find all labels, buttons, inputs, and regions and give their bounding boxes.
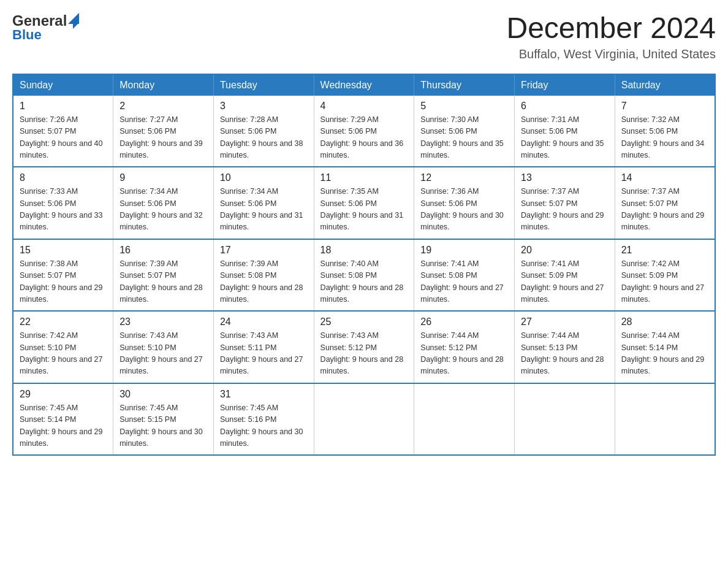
day-info: Sunrise: 7:43 AMSunset: 5:11 PMDaylight:… <box>220 330 308 378</box>
day-info: Sunrise: 7:38 AMSunset: 5:07 PMDaylight:… <box>20 258 107 306</box>
calendar-cell: 7Sunrise: 7:32 AMSunset: 5:06 PMDaylight… <box>615 96 715 167</box>
day-number: 30 <box>119 389 207 400</box>
day-info: Sunrise: 7:36 AMSunset: 5:06 PMDaylight:… <box>420 186 508 234</box>
calendar-cell: 21Sunrise: 7:42 AMSunset: 5:09 PMDayligh… <box>615 239 715 312</box>
calendar-cell: 28Sunrise: 7:44 AMSunset: 5:14 PMDayligh… <box>615 311 715 383</box>
calendar-cell: 9Sunrise: 7:34 AMSunset: 5:06 PMDaylight… <box>113 167 214 239</box>
day-info: Sunrise: 7:37 AMSunset: 5:07 PMDaylight:… <box>621 186 708 234</box>
day-info: Sunrise: 7:28 AMSunset: 5:06 PMDaylight:… <box>220 114 308 162</box>
day-of-week-tuesday: Tuesday <box>213 74 314 96</box>
day-number: 15 <box>20 245 107 256</box>
calendar-cell: 20Sunrise: 7:41 AMSunset: 5:09 PMDayligh… <box>515 239 615 312</box>
day-number: 11 <box>320 172 408 183</box>
calendar-cell: 19Sunrise: 7:41 AMSunset: 5:08 PMDayligh… <box>414 239 515 312</box>
day-info: Sunrise: 7:44 AMSunset: 5:13 PMDaylight:… <box>521 330 609 378</box>
day-number: 27 <box>521 316 609 327</box>
day-of-week-monday: Monday <box>113 74 214 96</box>
day-number: 3 <box>220 101 308 112</box>
month-title: December 2024 <box>506 12 716 45</box>
calendar-table: SundayMondayTuesdayWednesdayThursdayFrid… <box>12 74 716 456</box>
logo: General Blue <box>12 12 79 43</box>
day-info: Sunrise: 7:39 AMSunset: 5:08 PMDaylight:… <box>220 258 308 306</box>
day-number: 6 <box>521 101 609 112</box>
location-subtitle: Buffalo, West Virginia, United States <box>506 47 716 61</box>
calendar-cell: 11Sunrise: 7:35 AMSunset: 5:06 PMDayligh… <box>314 167 414 239</box>
day-number: 2 <box>119 101 207 112</box>
day-info: Sunrise: 7:43 AMSunset: 5:12 PMDaylight:… <box>320 330 408 378</box>
day-info: Sunrise: 7:35 AMSunset: 5:06 PMDaylight:… <box>320 186 408 234</box>
calendar-cell: 5Sunrise: 7:30 AMSunset: 5:06 PMDaylight… <box>414 96 515 167</box>
calendar-cell: 30Sunrise: 7:45 AMSunset: 5:15 PMDayligh… <box>113 383 214 456</box>
calendar-cell: 8Sunrise: 7:33 AMSunset: 5:06 PMDaylight… <box>13 167 113 239</box>
day-info: Sunrise: 7:26 AMSunset: 5:07 PMDaylight:… <box>20 114 107 162</box>
day-number: 16 <box>119 245 207 256</box>
day-number: 28 <box>621 316 708 327</box>
calendar-cell: 10Sunrise: 7:34 AMSunset: 5:06 PMDayligh… <box>213 167 314 239</box>
calendar-cell: 14Sunrise: 7:37 AMSunset: 5:07 PMDayligh… <box>615 167 715 239</box>
calendar-cell: 23Sunrise: 7:43 AMSunset: 5:10 PMDayligh… <box>113 311 214 383</box>
calendar-cell: 27Sunrise: 7:44 AMSunset: 5:13 PMDayligh… <box>515 311 615 383</box>
day-info: Sunrise: 7:43 AMSunset: 5:10 PMDaylight:… <box>119 330 207 378</box>
day-info: Sunrise: 7:27 AMSunset: 5:06 PMDaylight:… <box>119 114 207 162</box>
day-number: 20 <box>521 245 609 256</box>
title-section: December 2024 Buffalo, West Virginia, Un… <box>506 12 716 61</box>
calendar-cell: 26Sunrise: 7:44 AMSunset: 5:12 PMDayligh… <box>414 311 515 383</box>
calendar-cell: 31Sunrise: 7:45 AMSunset: 5:16 PMDayligh… <box>213 383 314 456</box>
calendar-cell: 15Sunrise: 7:38 AMSunset: 5:07 PMDayligh… <box>13 239 113 312</box>
day-number: 5 <box>420 101 508 112</box>
calendar-cell: 17Sunrise: 7:39 AMSunset: 5:08 PMDayligh… <box>213 239 314 312</box>
calendar-cell: 12Sunrise: 7:36 AMSunset: 5:06 PMDayligh… <box>414 167 515 239</box>
calendar-cell: 6Sunrise: 7:31 AMSunset: 5:06 PMDaylight… <box>515 96 615 167</box>
calendar-week-row: 22Sunrise: 7:42 AMSunset: 5:10 PMDayligh… <box>13 311 715 383</box>
calendar-week-row: 8Sunrise: 7:33 AMSunset: 5:06 PMDaylight… <box>13 167 715 239</box>
day-number: 1 <box>20 101 107 112</box>
day-number: 13 <box>521 172 609 183</box>
calendar-cell: 2Sunrise: 7:27 AMSunset: 5:06 PMDaylight… <box>113 96 214 167</box>
day-of-week-sunday: Sunday <box>13 74 113 96</box>
day-number: 19 <box>420 245 508 256</box>
day-number: 8 <box>20 172 107 183</box>
day-info: Sunrise: 7:32 AMSunset: 5:06 PMDaylight:… <box>621 114 708 162</box>
day-info: Sunrise: 7:39 AMSunset: 5:07 PMDaylight:… <box>119 258 207 306</box>
day-info: Sunrise: 7:30 AMSunset: 5:06 PMDaylight:… <box>420 114 508 162</box>
day-number: 14 <box>621 172 708 183</box>
day-number: 25 <box>320 316 408 327</box>
calendar-cell: 13Sunrise: 7:37 AMSunset: 5:07 PMDayligh… <box>515 167 615 239</box>
calendar-cell <box>314 383 414 456</box>
day-info: Sunrise: 7:37 AMSunset: 5:07 PMDaylight:… <box>521 186 609 234</box>
day-info: Sunrise: 7:44 AMSunset: 5:12 PMDaylight:… <box>420 330 508 378</box>
calendar-cell: 3Sunrise: 7:28 AMSunset: 5:06 PMDaylight… <box>213 96 314 167</box>
day-info: Sunrise: 7:45 AMSunset: 5:14 PMDaylight:… <box>20 402 107 450</box>
day-info: Sunrise: 7:45 AMSunset: 5:16 PMDaylight:… <box>220 402 308 450</box>
calendar-week-row: 1Sunrise: 7:26 AMSunset: 5:07 PMDaylight… <box>13 96 715 167</box>
day-info: Sunrise: 7:29 AMSunset: 5:06 PMDaylight:… <box>320 114 408 162</box>
day-number: 9 <box>119 172 207 183</box>
day-number: 4 <box>320 101 408 112</box>
calendar-cell <box>515 383 615 456</box>
day-of-week-saturday: Saturday <box>615 74 715 96</box>
day-info: Sunrise: 7:33 AMSunset: 5:06 PMDaylight:… <box>20 186 107 234</box>
day-info: Sunrise: 7:34 AMSunset: 5:06 PMDaylight:… <box>119 186 207 234</box>
day-number: 21 <box>621 245 708 256</box>
page-header: General Blue December 2024 Buffalo, West… <box>12 12 716 61</box>
day-number: 29 <box>20 389 107 400</box>
calendar-cell: 29Sunrise: 7:45 AMSunset: 5:14 PMDayligh… <box>13 383 113 456</box>
calendar-cell: 16Sunrise: 7:39 AMSunset: 5:07 PMDayligh… <box>113 239 214 312</box>
calendar-cell: 18Sunrise: 7:40 AMSunset: 5:08 PMDayligh… <box>314 239 414 312</box>
calendar-cell: 22Sunrise: 7:42 AMSunset: 5:10 PMDayligh… <box>13 311 113 383</box>
day-info: Sunrise: 7:34 AMSunset: 5:06 PMDaylight:… <box>220 186 308 234</box>
day-info: Sunrise: 7:44 AMSunset: 5:14 PMDaylight:… <box>621 330 708 378</box>
day-info: Sunrise: 7:31 AMSunset: 5:06 PMDaylight:… <box>521 114 609 162</box>
calendar-header-row: SundayMondayTuesdayWednesdayThursdayFrid… <box>13 74 715 96</box>
day-number: 31 <box>220 389 308 400</box>
day-of-week-thursday: Thursday <box>414 74 515 96</box>
day-number: 17 <box>220 245 308 256</box>
day-info: Sunrise: 7:41 AMSunset: 5:08 PMDaylight:… <box>420 258 508 306</box>
calendar-cell: 4Sunrise: 7:29 AMSunset: 5:06 PMDaylight… <box>314 96 414 167</box>
calendar-cell <box>615 383 715 456</box>
calendar-cell <box>414 383 515 456</box>
calendar-week-row: 29Sunrise: 7:45 AMSunset: 5:14 PMDayligh… <box>13 383 715 456</box>
day-number: 7 <box>621 101 708 112</box>
day-number: 12 <box>420 172 508 183</box>
day-number: 26 <box>420 316 508 327</box>
